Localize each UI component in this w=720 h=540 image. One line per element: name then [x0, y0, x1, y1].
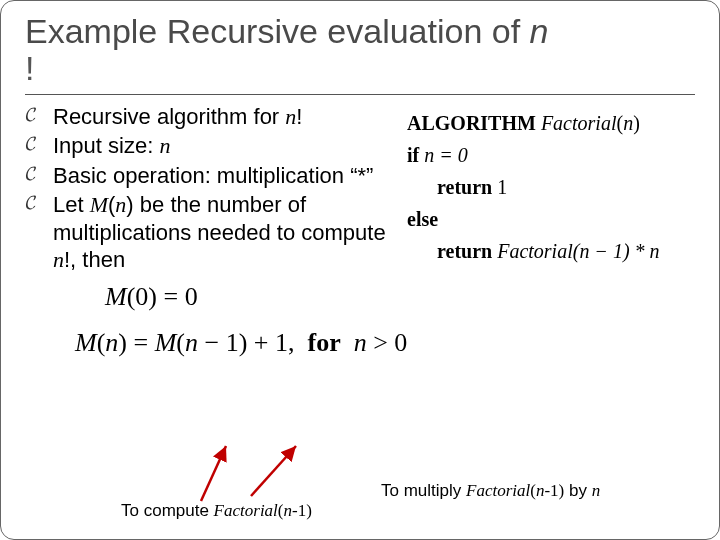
alg-return2: return Factorial(n − 1) * n [407, 235, 695, 267]
alg-ret1-kw: return [437, 176, 492, 198]
cap-r-pre: To multiply [381, 481, 466, 500]
bullet-1: 𝓒 Recursive algorithm for n! [25, 103, 395, 131]
b1-pre: Recursive algorithm for [53, 104, 285, 129]
alg-ret2-a: Factorial [497, 240, 573, 262]
alg-arg: n [623, 112, 633, 134]
cap-l-it: Factorial [214, 501, 278, 520]
alg-if-kw: if [407, 144, 419, 166]
alg-ret2-kw: return [437, 240, 492, 262]
algorithm-block: ALGORITHM Factorial(n) if n = 0 return 1… [407, 103, 695, 276]
b1-var: n [285, 104, 296, 129]
alg-cond: n = 0 [424, 144, 468, 166]
b3-pre: Basic operation: multiplication “*” [53, 163, 373, 188]
equation-base: M(0) = 0 [105, 282, 695, 312]
bullet-icon: 𝓒 [25, 103, 53, 131]
title-bang: ! [25, 49, 34, 87]
title-pre: Example Recursive evaluation of [25, 12, 530, 50]
bullet-icon: 𝓒 [25, 132, 53, 160]
bullet-icon: 𝓒 [25, 162, 53, 190]
alg-kw: ALGORITHM [407, 112, 536, 134]
bullet-2: 𝓒 Input size: n [25, 132, 395, 160]
title-var: n [530, 12, 549, 50]
bullet-1-text: Recursive algorithm for n! [53, 103, 395, 131]
alg-else-kw: else [407, 208, 438, 230]
title-rule [25, 94, 695, 95]
cap-l-pre: To compute [121, 501, 214, 520]
alg-return1: return 1 [407, 171, 695, 203]
bullet-4-text: Let M(n) be the number of multiplication… [53, 191, 395, 274]
b4-n: n [115, 192, 126, 217]
bullet-icon: 𝓒 [25, 191, 53, 274]
b4-tail: !, then [64, 247, 125, 272]
cap-r-var: n [592, 481, 601, 500]
cap-r-mid: by [564, 481, 591, 500]
equation-recurrence: M(n) = M(n − 1) + 1, for n > 0 [75, 328, 695, 358]
b2-pre: Input size: [53, 133, 159, 158]
alg-ret1-val: 1 [497, 176, 507, 198]
left-column: 𝓒 Recursive algorithm for n! 𝓒 Input siz… [25, 103, 395, 276]
bullet-4: 𝓒 Let M(n) be the number of multiplicati… [25, 191, 395, 274]
body-columns: 𝓒 Recursive algorithm for n! 𝓒 Input siz… [25, 103, 695, 276]
slide-title: Example Recursive evaluation of n ! [25, 13, 695, 88]
b2-var: n [159, 133, 170, 158]
caption-left: To compute Factorial(n-1) [121, 501, 312, 521]
for-kw: for [308, 328, 341, 357]
slide-frame: Example Recursive evaluation of n ! 𝓒 Re… [0, 0, 720, 540]
alg-name: Factorial [541, 112, 617, 134]
svg-line-1 [251, 446, 296, 496]
bullet-3-text: Basic operation: multiplication “*” [53, 162, 395, 190]
cap-r-it: Factorial [466, 481, 530, 500]
bullet-3: 𝓒 Basic operation: multiplication “*” [25, 162, 395, 190]
alg-head: ALGORITHM Factorial(n) [407, 107, 695, 139]
svg-line-0 [201, 446, 226, 501]
b4-n2: n [53, 247, 64, 272]
b4-M: M [90, 192, 108, 217]
alg-if: if n = 0 [407, 139, 695, 171]
b4-pre: Let [53, 192, 90, 217]
alg-ret2-b: (n − 1) * n [573, 240, 660, 262]
b1-suf: ! [296, 104, 302, 129]
caption-right: To multiply Factorial(n-1) by n [381, 481, 600, 501]
alg-else: else [407, 203, 695, 235]
bullet-2-text: Input size: n [53, 132, 395, 160]
